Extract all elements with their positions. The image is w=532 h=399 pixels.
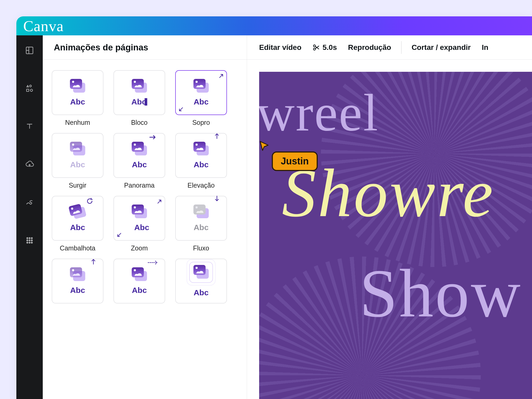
anim-sample-text: Abc bbox=[70, 223, 85, 232]
arrow-up-icon bbox=[214, 132, 220, 139]
design-canvas[interactable]: wreel Showre Show bbox=[259, 72, 532, 399]
anim-zoom[interactable]: Abc bbox=[113, 196, 165, 241]
canvas-area[interactable]: wreel Showre Show bbox=[247, 60, 532, 399]
anim-sample-text: Abc bbox=[70, 97, 85, 106]
side-rail bbox=[16, 35, 43, 399]
crop-expand-button[interactable]: Cortar / expandir bbox=[411, 42, 472, 53]
anim-sopro[interactable]: Abc bbox=[175, 70, 227, 115]
anim-label: Panorama bbox=[124, 182, 154, 191]
anim-option-10[interactable]: Abc bbox=[52, 259, 103, 303]
anim-thumb-icon bbox=[67, 203, 88, 221]
templates-icon[interactable] bbox=[25, 45, 35, 55]
anim-label: Zoom bbox=[131, 244, 148, 253]
anim-fluxo[interactable]: Abc bbox=[175, 196, 227, 241]
anim-label: Fluxo bbox=[193, 244, 209, 253]
anim-nenhum[interactable]: Abc bbox=[52, 70, 103, 115]
anim-sample-text: Abc bbox=[194, 288, 209, 297]
arrow-down-icon bbox=[214, 195, 220, 202]
anim-surgir[interactable]: Abc bbox=[52, 133, 103, 178]
panel-title: Animações de páginas bbox=[43, 35, 247, 60]
anim-option-11[interactable]: Abc bbox=[113, 259, 165, 303]
anim-sample-text: Abc bbox=[194, 97, 209, 106]
animations-panel: Animações de páginas Abc Nenhum Abc bbox=[43, 35, 247, 399]
anim-thumb-icon bbox=[131, 267, 148, 282]
svg-point-9 bbox=[31, 242, 32, 243]
anim-sample-text: Abc bbox=[131, 97, 148, 106]
anim-sample-text: Abc bbox=[134, 223, 149, 232]
app-frame: Canva bbox=[16, 16, 532, 399]
anim-bloco[interactable]: Abc bbox=[113, 70, 165, 115]
svg-point-5 bbox=[29, 240, 30, 241]
anim-thumb-icon bbox=[131, 142, 148, 156]
anim-label: Elevação bbox=[188, 182, 215, 191]
anim-sample-text: Abc bbox=[132, 286, 147, 295]
anim-sample-text: Abc bbox=[194, 223, 209, 232]
anim-panorama[interactable]: Abc bbox=[113, 133, 165, 178]
brand-logo: Canva bbox=[23, 17, 64, 35]
anim-sample-text: Abc bbox=[194, 160, 209, 169]
collaborator-cursor-icon bbox=[259, 140, 270, 152]
editor-stage: Editar vídeo 5.0s Reprodução Cortar / ex… bbox=[247, 35, 532, 399]
collaborator-name-tag: Justin bbox=[272, 151, 318, 171]
anim-label: Nenhum bbox=[65, 119, 90, 128]
duration-button[interactable]: 5.0s bbox=[311, 42, 338, 53]
anim-thumb-icon bbox=[69, 142, 86, 156]
titlebar: Canva bbox=[16, 16, 532, 35]
svg-point-7 bbox=[27, 242, 28, 243]
anim-thumb-icon bbox=[192, 205, 210, 219]
arrow-right-icon bbox=[149, 135, 157, 140]
anim-thumb-icon bbox=[131, 205, 148, 219]
text-icon[interactable] bbox=[25, 121, 35, 131]
scissors-icon bbox=[312, 44, 320, 51]
anim-thumb-icon bbox=[192, 79, 210, 94]
expand-ne-icon bbox=[218, 73, 224, 79]
canvas-text-3[interactable]: Show bbox=[359, 254, 522, 333]
arrow-right-dashed-icon bbox=[147, 260, 159, 265]
anim-thumb-icon bbox=[192, 142, 210, 156]
animation-grid: Abc Nenhum Abc Bloco bbox=[43, 60, 247, 316]
anim-label: Cambalhota bbox=[60, 244, 96, 253]
anim-thumb-icon bbox=[131, 79, 148, 94]
draw-icon[interactable] bbox=[25, 197, 35, 207]
expand-sw-icon bbox=[178, 106, 184, 112]
expand-sw-icon bbox=[116, 232, 122, 238]
edit-video-button[interactable]: Editar vídeo bbox=[258, 42, 302, 53]
anim-label: Sopro bbox=[192, 119, 210, 128]
canvas-text-1[interactable]: wreel bbox=[259, 82, 379, 143]
anim-label: Bloco bbox=[131, 119, 148, 128]
anim-thumb-icon bbox=[69, 267, 86, 282]
apps-icon[interactable] bbox=[25, 235, 35, 245]
workspace: Animações de páginas Abc Nenhum Abc bbox=[16, 35, 532, 399]
anim-thumb-icon bbox=[69, 79, 86, 94]
arrow-up-icon bbox=[91, 258, 96, 265]
anim-cambalhota[interactable]: Abc bbox=[52, 196, 103, 241]
anim-sample-text: Abc bbox=[70, 286, 85, 295]
anim-option-12[interactable]: Abc bbox=[175, 259, 227, 303]
anim-sample-text: Abc bbox=[70, 160, 85, 169]
context-toolbar: Editar vídeo 5.0s Reprodução Cortar / ex… bbox=[247, 35, 532, 60]
anim-sample-text: Abc bbox=[132, 160, 147, 169]
playback-button[interactable]: Reprodução bbox=[347, 42, 392, 53]
rotate-icon bbox=[87, 198, 93, 205]
anim-thumb-icon bbox=[192, 265, 210, 280]
expand-ne-icon bbox=[156, 198, 163, 205]
svg-point-4 bbox=[27, 240, 28, 241]
elements-icon[interactable] bbox=[25, 83, 35, 93]
toolbar-separator bbox=[401, 41, 402, 54]
svg-point-1 bbox=[27, 238, 28, 239]
more-button[interactable]: In bbox=[481, 42, 490, 53]
anim-label: Surgir bbox=[69, 182, 87, 191]
uploads-icon[interactable] bbox=[25, 159, 35, 169]
svg-point-2 bbox=[29, 238, 30, 239]
svg-point-3 bbox=[31, 238, 32, 239]
svg-point-6 bbox=[31, 240, 32, 241]
svg-point-8 bbox=[29, 242, 30, 243]
anim-elevacao[interactable]: Abc bbox=[175, 133, 227, 178]
